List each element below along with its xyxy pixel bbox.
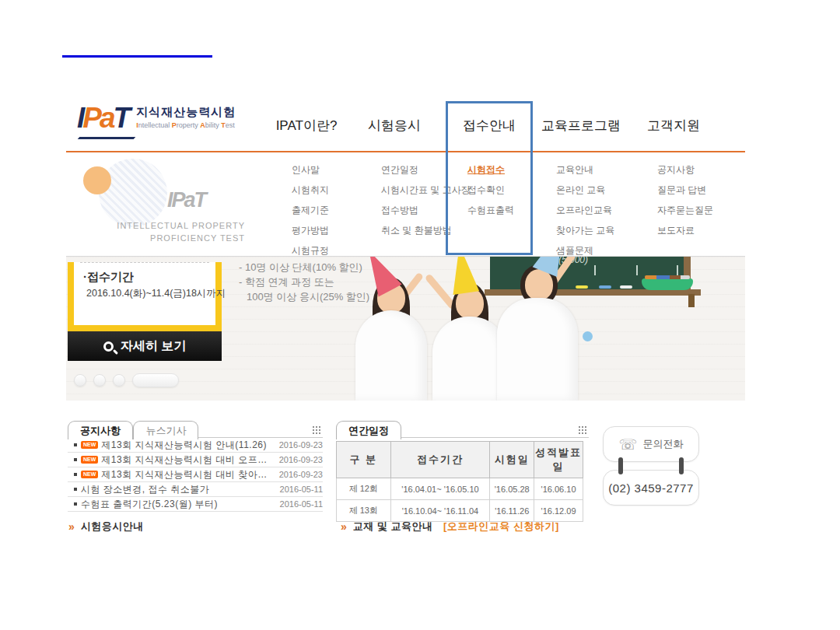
notice-item[interactable]: NEW 제13회 지식재산능력시험 대비 오프라인... 2016-09-23 [68,453,323,467]
tab-notice[interactable]: 공지사항 [68,421,133,439]
col-header-round: 구 분 [337,442,391,478]
megamenu-col-education: 교육안내 온라인 교육 오프라인교육 찾아가는 교육 샘플문제 [556,163,646,264]
chalk-mark [594,265,596,275]
decorative-blue-dot [583,331,593,341]
schedule-table: 구 분 접수기간 시험일 성적발표일 제 12회 '16.04.01~ '16.… [336,441,583,522]
dotted-divider [80,262,209,263]
cell-period: '16.10.04~ '16.11.04 [390,500,490,522]
menu-link[interactable]: 교육안내 [556,163,646,177]
quicklink-offline-apply[interactable]: [오프라인교육 신청하기] [443,520,559,534]
quicklink-exam-guide[interactable]: » 시험응시안내 [68,520,144,534]
bullet-icon [74,443,77,446]
search-icon [103,341,114,352]
nav-item-registration[interactable]: 접수안내 [446,117,533,135]
menu-link[interactable]: 찾아가는 교육 [556,224,646,237]
menu-link[interactable]: 보도자료 [657,224,747,237]
bullet-icon [74,458,77,461]
schedule-header-row: 구 분 접수기간 시험일 성적발표일 [337,442,583,478]
double-arrow-icon: » [68,520,75,533]
menu-link[interactable]: 취소 및 환불방법 [381,224,471,237]
phone-icon: ☏ [619,437,638,452]
pagination-dot[interactable] [113,374,125,387]
megamenu-col-registration: 시험접수 접수확인 수험표출력 [467,163,557,224]
tab-annual-schedule[interactable]: 연간일정 [336,421,401,439]
notice-title: 제13회 지식재산능력시험 대비 오프라인... [101,453,274,467]
detail-view-label: 자세히 보기 [121,338,186,355]
logo-en-part: est [226,121,235,129]
menu-link[interactable]: 공지사항 [657,163,747,177]
watermark-line: PROFICIENCY TEST [89,232,245,244]
discount-line: - 10명 이상 단체(10% 할인) [239,260,369,275]
pagination-dot[interactable] [93,374,106,387]
notice-date: 2016-09-23 [279,440,323,450]
contact-widget: ☏ 문의전화 (02) 3459-2777 [603,426,699,506]
page: IPaT 지식재산능력시험 Intellectual Property Abil… [0,0,840,630]
schedule-tab-bar: 연간일정 [336,420,589,438]
menu-link[interactable]: 연간일정 [381,163,471,177]
logo-text: 지식재산능력시험 Intellectual Property Ability T… [136,103,236,129]
menu-link[interactable]: 출제기준 [292,204,381,217]
megamenu-col-exam: 연간일정 시험시간표 및 고사장 접수방법 취소 및 환불방법 [381,163,471,244]
menu-link[interactable]: 접수확인 [467,184,557,197]
schedule-row: 제 13회 '16.10.04~ '16.11.04 '16.11.26 '16… [337,500,583,522]
period-label: ·접수기간 [83,270,215,285]
pagination-active-pill[interactable] [132,373,179,387]
decorative-hatched-circle [99,159,167,227]
menu-link[interactable]: 온라인 교육 [556,184,646,197]
menu-link[interactable]: 인사말 [292,163,381,177]
menu-link-exam-apply[interactable]: 시험접수 [467,163,557,177]
notice-item[interactable]: NEW 제13회 지식재산능력시험 안내(11.26) 2016-09-23 [68,438,323,453]
nav-item-support[interactable]: 고객지원 [630,117,717,135]
white-shirt [355,310,427,401]
nav-item-education[interactable]: 교육프로그램 [537,117,625,135]
decorative-orange-circle [83,166,111,194]
menu-link[interactable]: 시험시간표 및 고사장 [381,184,471,197]
connector-bar [679,457,684,474]
quicklink-edu-guide[interactable]: » 교재 및 교육안내 [341,520,433,534]
tab-news[interactable]: 뉴스기사 [133,421,198,439]
detail-view-button[interactable]: 자세히 보기 [68,331,222,361]
notice-item[interactable]: 시험 장소변경, 접수 취소불가 2016-05-11 [68,482,323,497]
nav-item-exam[interactable]: 시험응시 [351,117,438,135]
contact-connectors [603,462,699,470]
banner-pagination [74,373,179,387]
menu-link[interactable]: 평가방법 [292,224,381,237]
eraser-basket [642,278,693,290]
new-badge: NEW [81,441,98,449]
more-icon[interactable] [578,425,587,435]
notice-item[interactable]: NEW 제13회 지식재산능력시험 대비 찾아가는... 2016-09-23 [68,467,323,482]
new-badge: NEW [81,456,98,464]
menu-link[interactable]: 샘플문제 [556,244,646,257]
cell-exam-date: '16.11.26 [490,500,534,522]
menu-link[interactable]: 시험취지 [292,184,381,197]
menu-link[interactable]: 시험규정 [292,244,381,257]
notice-date: 2016-09-23 [279,455,323,464]
cell-exam-date: '16.05.28 [490,478,534,500]
ipat-logo[interactable]: IPaT 지식재산능력시험 Intellectual Property Abil… [77,103,236,134]
quicklink-label: 교재 및 교육안내 [353,520,433,534]
logo-english-title: Intellectual Property Ability Test [136,121,236,129]
schedule-widget: 연간일정 구 분 접수기간 시험일 성적발표일 제 12회 '16.04.01~… [336,420,589,522]
notice-title: 시험 장소변경, 접수 취소불가 [81,483,275,496]
chalk-mark [636,265,638,275]
menu-link[interactable]: 자주묻는질문 [657,204,747,217]
megamenu-col-about: 인사말 시험취지 출제기준 평가방법 시험규정 [292,163,381,264]
menu-link[interactable]: 오프라인교육 [556,204,646,217]
chalk-mark [677,265,678,275]
col-header-period: 접수기간 [390,442,490,478]
notice-item[interactable]: 수험표 출력기간(5.23(월) 부터) 2016-05-11 [68,497,323,512]
more-icon[interactable] [312,425,321,435]
cell-round: 제 13회 [337,500,391,522]
ipat-logo-mark: IPaT [77,103,128,134]
menu-link[interactable]: 수험표출력 [467,204,557,217]
contact-label: 문의전화 [642,437,683,451]
nav-item-about[interactable]: IPAT이란? [263,117,350,135]
logo-letter: Pa [82,102,113,134]
pagination-dot[interactable] [74,374,86,387]
top-link-underline[interactable] [62,55,212,58]
menu-link[interactable]: 질문과 답변 [657,184,747,197]
notice-title: 제13회 지식재산능력시험 안내(11.26) [101,439,274,452]
chalk-piece-white [620,285,632,289]
contact-phone-number: (02) 3459-2777 [608,481,694,495]
menu-link[interactable]: 접수방법 [381,204,471,217]
